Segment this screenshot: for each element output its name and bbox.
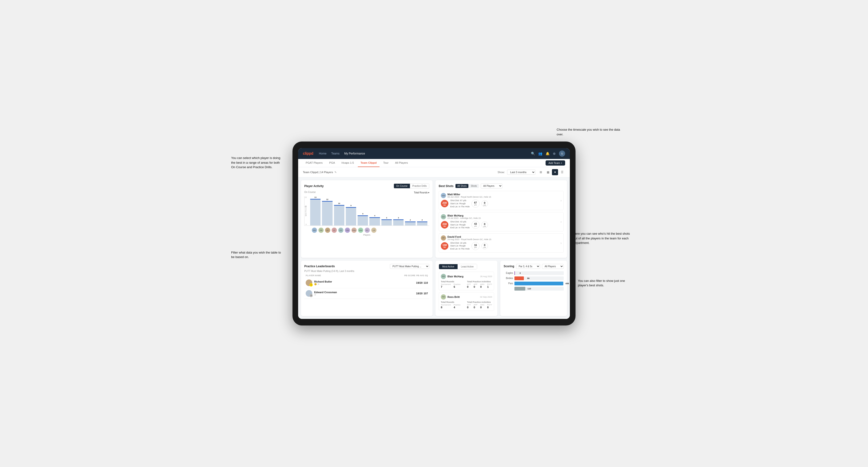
- scoring-bogeys-bar: 110: [515, 287, 525, 290]
- tab-shots[interactable]: Shots: [469, 184, 479, 188]
- best-shots-card: Best Shots All Shots Shots All Players: [435, 180, 567, 257]
- shot-card-blair-mcharg: BM Blair McHarg 23 Jul 2023 · Ashridge G…: [439, 212, 564, 231]
- y-labels: 15 10 5 0: [305, 196, 308, 225]
- scoring-eagles-value: 3: [519, 272, 521, 274]
- team-header: Team Clippd | 14 Players ✎ Show: Last 3 …: [298, 167, 570, 177]
- scoring-eagles-label: Eagles: [503, 272, 513, 274]
- stat-16-yds: 16 yds: [471, 242, 479, 250]
- view-icon-heart[interactable]: ♥: [552, 169, 558, 175]
- nav-bar: clippd Home Teams My Performance 🔍 👥 🔔 ⊕…: [298, 148, 570, 159]
- player-name-blair-mcharg: Blair McHarg: [447, 214, 481, 217]
- stat-67-yds: 67 yds: [471, 199, 479, 208]
- tab-bar: PGAT Players PGA Hcaps 1-5 Team Clippd T…: [298, 159, 570, 167]
- nav-logo: clippd: [303, 151, 313, 156]
- tab-hcaps[interactable]: Hcaps 1-5: [339, 159, 356, 167]
- scoring-pars-value: 499: [565, 282, 569, 285]
- chart-controls: On Course Total Rounds ▾: [304, 191, 429, 194]
- nav-link-teams[interactable]: Teams: [331, 151, 339, 156]
- main-content: Player Activity On Course Practice Drill…: [298, 177, 570, 319]
- view-icon-grid[interactable]: ▦: [545, 169, 551, 175]
- toggle-practice-drills[interactable]: Practice Drills: [410, 184, 429, 188]
- shot-info-matt-miller: Shot Dist: 67 yds Start Lie: Rough End L…: [450, 199, 470, 208]
- leaderboard-sub: PUTT Must Make Putting (3-6 ft), Last 3 …: [304, 270, 429, 272]
- pa-tournament-blair: 7: [441, 285, 451, 288]
- lb-name-richard-butler: Richard Butler: [314, 280, 332, 283]
- player-activity-title: Player Activity: [304, 184, 323, 188]
- avatar-j-coles: JC: [332, 228, 337, 233]
- tablet-screen: clippd Home Teams My Performance 🔍 👥 🔔 ⊕…: [298, 148, 570, 319]
- bottom-right-grid: Most Active Least Active BM Blair McHarg: [435, 261, 567, 316]
- activity-row-rees-britt: RB Rees Britt 02 Sep 2023 Total Rounds: [439, 292, 494, 311]
- bar-chart-container: Total Rounds 15 10 5 0 13: [304, 196, 429, 234]
- leaderboard-filter[interactable]: PUTT Must Make Putting ...: [390, 264, 429, 269]
- x-axis-label: Players: [304, 234, 429, 236]
- nav-links: Home Teams My Performance: [319, 151, 525, 156]
- chevron-right-blair-mcharg[interactable]: ›: [560, 220, 562, 224]
- tab-most-active[interactable]: Most Active: [439, 264, 458, 269]
- scoring-par-filter[interactable]: Par 3, 4 & 5s: [516, 264, 540, 269]
- plus-circle-icon[interactable]: ⊕: [553, 152, 556, 155]
- page-wrapper: Choose the timescale you wish to see the…: [292, 142, 576, 325]
- scoring-chart: Eagles 3 Birdies: [503, 271, 564, 290]
- avatar-matt-miller: MM: [441, 193, 446, 198]
- bar-r-britt: 12: [322, 198, 332, 225]
- pa-date-rees-britt: 02 Sep 2023: [480, 296, 492, 298]
- scoring-pars-row: Pars 499: [503, 282, 564, 285]
- timescale-select[interactable]: Last 3 months Last 6 months Last year: [507, 169, 535, 175]
- pa-practice-blair: 6: [454, 285, 460, 288]
- tab-all-shots[interactable]: All Shots: [456, 184, 468, 188]
- lb-avatar-edward-crossman: 2: [306, 290, 312, 297]
- scoring-player-filter[interactable]: All Players: [542, 264, 564, 269]
- stat-43-yds: 43 yds: [471, 221, 479, 229]
- toggle-on-course[interactable]: On Course: [394, 184, 410, 188]
- bar-l-robertson: 2: [417, 219, 427, 225]
- add-team-button[interactable]: Add Team +: [546, 160, 565, 165]
- show-label: Show:: [497, 171, 505, 174]
- callout-top-right: Choose the timescale you wish to see the…: [557, 127, 623, 136]
- user-avatar[interactable]: U: [559, 151, 565, 157]
- player-activity-header: Player Activity On Course Practice Drill…: [304, 184, 429, 188]
- nav-link-home[interactable]: Home: [319, 151, 327, 156]
- tab-tour[interactable]: Tour: [380, 159, 391, 167]
- scoring-birdies-value: 96: [527, 277, 530, 280]
- tab-team-clippd[interactable]: Team Clippd: [358, 159, 379, 167]
- chevron-right-david-ford[interactable]: ›: [560, 241, 562, 245]
- lb-name-edward-crossman: Edward Crossman: [314, 291, 337, 294]
- search-icon[interactable]: 🔍: [531, 152, 535, 155]
- total-rounds-dropdown[interactable]: Total Rounds ▾: [414, 191, 429, 194]
- player-meta-matt-miller: 09 Jun 2023 · Royal North Devon GC, Hole…: [447, 196, 491, 198]
- tab-least-active[interactable]: Least Active: [458, 264, 477, 269]
- scoring-title: Scoring: [503, 264, 514, 268]
- view-icon-list[interactable]: ☰: [559, 169, 565, 175]
- activity-row-blair-mcharg: BM Blair McHarg 26 Aug 2023 Total Rounds: [439, 272, 494, 290]
- bar-b-mcharg: 13: [310, 196, 320, 225]
- tab-all-players[interactable]: All Players: [392, 159, 411, 167]
- nav-link-my-performance[interactable]: My Performance: [344, 151, 365, 156]
- shot-info-david-ford: Shot Dist: 16 yds Start Lie: Rough End L…: [450, 242, 470, 250]
- users-icon[interactable]: 👥: [538, 152, 542, 155]
- bar-j-coles: 9: [346, 205, 356, 225]
- all-players-filter[interactable]: All Players: [481, 184, 502, 188]
- avatar-e-ebert: EE: [338, 228, 343, 233]
- lb-avatar-richard-butler: 1: [306, 280, 312, 286]
- tab-pgat-players[interactable]: PGAT Players: [303, 159, 326, 167]
- shot-card-matt-miller: MM Matt Miller 09 Jun 2023 · Royal North…: [439, 191, 564, 210]
- callout-top-left: You can select which player is doing the…: [231, 156, 283, 169]
- scoring-birdies-row: Birdies 96: [503, 276, 564, 280]
- leaderboard-header: Practice Leaderboards PUTT Must Make Put…: [304, 264, 429, 269]
- leaderboard-cols: PLAYER NAME PB SCORE PB AVG SQ: [304, 274, 429, 277]
- scoring-eagles-bar: 3: [515, 271, 515, 275]
- lb-avg-richard-butler: 110: [424, 281, 428, 284]
- avatar-r-butler: RBu: [351, 228, 356, 233]
- bell-icon[interactable]: 🔔: [546, 152, 550, 155]
- avatar-d-ford: DF: [325, 228, 330, 233]
- view-icon-grid4[interactable]: ⊞: [538, 169, 544, 175]
- chevron-right-matt-miller[interactable]: ›: [560, 198, 562, 203]
- bar-chart-inner: Total Rounds 15 10 5 0 13: [304, 196, 429, 226]
- scoring-birdies-bar: 96: [515, 276, 524, 280]
- tab-pga[interactable]: PGA: [327, 159, 338, 167]
- edit-icon[interactable]: ✎: [335, 171, 337, 174]
- pa-date-blair-mcharg: 26 Aug 2023: [480, 275, 492, 278]
- callout-bottom-right-1: Here you can see who's hit the best shot…: [573, 231, 634, 245]
- lb-row-richard-butler: 1 Richard Butler 😊 ① 19/20 110: [304, 278, 429, 288]
